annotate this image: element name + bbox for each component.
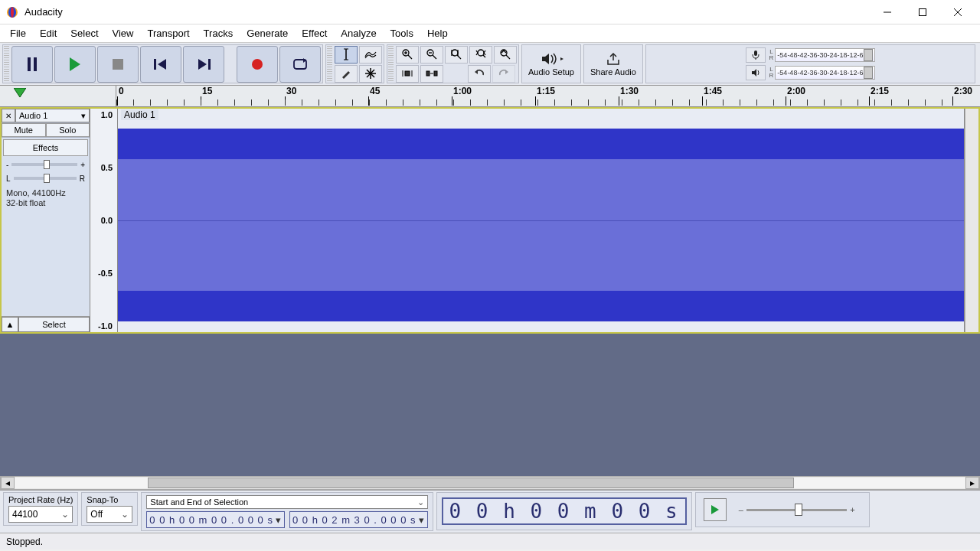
svg-rect-44 (434, 71, 437, 76)
menu-file[interactable]: File (3, 26, 33, 41)
record-meter-button[interactable] (746, 47, 766, 63)
svg-marker-53 (711, 505, 719, 514)
vertical-scrollbar[interactable] (965, 109, 978, 332)
menu-bar: File Edit Select View Transport Tracks G… (0, 24, 980, 43)
audio-position-time[interactable]: 0 0 h 0 0 m 0 0 s (442, 497, 687, 525)
snap-to-combo[interactable]: Off⌄ (87, 506, 132, 523)
svg-rect-7 (28, 57, 31, 71)
playhead-marker[interactable] (14, 88, 26, 99)
svg-rect-11 (154, 59, 156, 70)
menu-effect[interactable]: Effect (295, 26, 334, 41)
fit-selection-button[interactable] (445, 46, 468, 64)
microphone-icon (750, 50, 761, 60)
svg-rect-10 (113, 59, 123, 70)
zoom-toggle-button[interactable] (494, 46, 517, 64)
speaker-icon (750, 67, 761, 78)
toolbar-grip[interactable] (388, 46, 394, 82)
fit-project-button[interactable] (469, 46, 492, 64)
pan-slider[interactable]: L R (2, 171, 90, 185)
playback-meter[interactable]: -54-48-42-36-30-24-18-12-6 (775, 66, 874, 80)
track-name-dropdown[interactable]: Audio 1▾ (15, 109, 90, 122)
share-audio-group[interactable]: Share Audio (583, 44, 643, 83)
menu-edit[interactable]: Edit (33, 26, 64, 41)
menu-transport[interactable]: Transport (140, 26, 196, 41)
effects-button[interactable]: Effects (3, 139, 88, 156)
svg-line-39 (506, 55, 510, 59)
scrollbar-thumb[interactable] (148, 478, 795, 488)
svg-marker-52 (14, 88, 26, 97)
meter-grabber[interactable] (864, 67, 873, 79)
title-bar: Audacity (0, 0, 980, 24)
undo-button[interactable] (468, 65, 491, 83)
svg-rect-42 (405, 71, 410, 76)
svg-point-32 (452, 50, 458, 56)
trim-button[interactable] (396, 65, 419, 83)
skip-end-button[interactable] (183, 46, 224, 83)
status-bar: Stopped. (0, 533, 980, 549)
toolbar-grip[interactable] (4, 46, 9, 82)
svg-rect-14 (208, 59, 211, 70)
loop-button[interactable] (279, 46, 321, 83)
close-button[interactable] (940, 0, 975, 24)
selection-mode-combo[interactable]: Start and End of Selection⌄ (146, 495, 427, 509)
zoom-in-button[interactable] (396, 46, 419, 64)
menu-tracks[interactable]: Tracks (197, 26, 240, 41)
zoom-out-button[interactable] (420, 46, 443, 64)
scroll-left-button[interactable]: ◂ (1, 477, 15, 489)
menu-analyze[interactable]: Analyze (334, 26, 383, 41)
svg-point-36 (478, 50, 484, 56)
pause-button[interactable] (11, 46, 53, 83)
menu-view[interactable]: View (106, 26, 141, 41)
draw-tool[interactable] (335, 65, 358, 83)
svg-marker-48 (560, 57, 564, 60)
audio-setup-group[interactable]: Audio Setup (521, 44, 581, 83)
status-text: Stopped. (6, 536, 43, 547)
multi-tool[interactable] (359, 65, 382, 83)
selection-start-time[interactable]: 0 0 h 0 0 m 0 0 . 0 0 0 s▾ (146, 511, 285, 528)
silence-button[interactable] (420, 65, 443, 83)
transport-group (2, 44, 323, 83)
menu-select[interactable]: Select (64, 26, 105, 41)
mute-button[interactable]: Mute (2, 123, 46, 137)
svg-rect-50 (754, 51, 757, 56)
solo-button[interactable]: Solo (46, 123, 90, 137)
skip-start-button[interactable] (140, 46, 181, 83)
minimize-button[interactable] (870, 0, 905, 24)
meter-grabber[interactable] (864, 49, 873, 61)
play-at-speed-button[interactable] (704, 498, 727, 521)
horizontal-scrollbar[interactable]: ◂ ▸ (0, 476, 980, 490)
waveform-display[interactable]: Audio 1 (118, 109, 965, 332)
record-meter[interactable]: -54-48-42-36-30-24-18-12-6 (775, 48, 874, 62)
svg-marker-9 (70, 57, 80, 71)
scroll-right-button[interactable]: ▸ (965, 477, 979, 489)
tools-group (325, 44, 384, 83)
track-collapse-button[interactable]: ▲ (2, 317, 18, 332)
track-select-button[interactable]: Select (18, 317, 90, 332)
timeline-ruler[interactable]: 501530451:001:151:301:452:002:152:30 (0, 86, 980, 107)
menu-help[interactable]: Help (420, 26, 455, 41)
menu-tools[interactable]: Tools (384, 26, 420, 41)
vertical-scale[interactable]: 1.0 0.5 0.0 -0.5 -1.0 (90, 109, 118, 332)
play-button[interactable] (54, 46, 96, 83)
menu-generate[interactable]: Generate (240, 26, 295, 41)
share-icon (605, 52, 622, 66)
window-title: Audacity (24, 6, 63, 18)
project-rate-combo[interactable]: 44100⌄ (8, 506, 73, 523)
redo-button[interactable] (492, 65, 515, 83)
selection-end-time[interactable]: 0 0 h 0 2 m 3 0 . 0 0 0 s▾ (289, 511, 428, 528)
envelope-tool[interactable] (359, 46, 382, 64)
stop-button[interactable] (97, 46, 139, 83)
svg-rect-43 (426, 71, 430, 76)
empty-track-area[interactable] (0, 334, 980, 476)
waveform-track-label: Audio 1 (121, 109, 158, 120)
svg-point-2 (11, 7, 14, 18)
selection-tool[interactable] (335, 46, 358, 64)
track-control-panel: ✕ Audio 1▾ Mute Solo Effects - + L R Mon… (2, 109, 90, 332)
record-button[interactable] (237, 46, 278, 83)
playback-speed-slider[interactable]: – + (736, 498, 858, 521)
maximize-button[interactable] (905, 0, 940, 24)
toolbar-grip[interactable] (327, 46, 332, 82)
track-close-button[interactable]: ✕ (2, 109, 15, 122)
playback-meter-button[interactable] (746, 65, 766, 80)
gain-slider[interactable]: - + (2, 158, 90, 171)
